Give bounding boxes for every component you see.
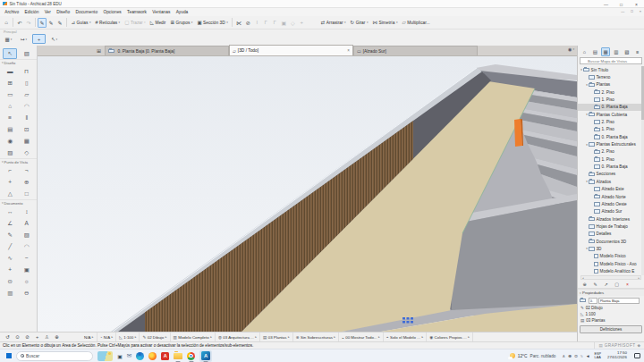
tree-item-detalles[interactable]: Detalles [578, 231, 644, 238]
drag-button[interactable]: ⇄Arrastrar▾ [318, 18, 348, 28]
taskbar-search[interactable]: Buscar [16, 350, 93, 362]
story-name-field[interactable] [598, 298, 640, 304]
section-header-punto-de-vista[interactable]: ▾Punto de Vista [0, 158, 37, 164]
quick-option-layer-combination[interactable]: ▤03 Plantas▸ [260, 333, 293, 341]
tree-item-alzado-sur[interactable]: Alzado Sur [578, 208, 644, 215]
taskbar-widgets-icon[interactable] [97, 350, 113, 362]
section-3d-button[interactable]: ▣Sección 3D▾ [195, 18, 230, 28]
tab-overview-button[interactable]: ⊞ [93, 46, 105, 55]
minimize-button[interactable]: — [598, 0, 614, 8]
sun-tool[interactable]: ☼ [20, 276, 34, 287]
orbit-icon[interactable]: ↺ [3, 333, 13, 341]
publisher-sets-icon[interactable]: ▨ [622, 47, 631, 56]
tree-item-documentos-3d[interactable]: Documentos 3D [578, 238, 644, 245]
taskbar-mail-icon[interactable]: ✉ [127, 350, 131, 362]
menu-teamwork[interactable]: Teamwork [124, 10, 149, 14]
measure-button[interactable]: ◺Medir [148, 18, 168, 28]
spline-tool[interactable]: ~ [20, 253, 34, 264]
taskbar-explorer-icon[interactable] [174, 350, 182, 362]
lamp-tool[interactable]: ◉ [3, 136, 17, 147]
figure-tool[interactable]: ▣ [20, 265, 34, 275]
arrow-tool[interactable]: ↖ [3, 48, 17, 59]
quick-option-pen-set[interactable]: ✎02 Dibujo▸ [140, 333, 170, 341]
tray-expand-icon[interactable]: ∧ [562, 354, 565, 358]
doc-minimize-button[interactable]: — [621, 9, 624, 13]
view-map-icon[interactable]: ▦ [601, 47, 611, 56]
column-tool[interactable]: ▯ [20, 78, 34, 88]
menu-documento[interactable]: Documento [72, 10, 100, 14]
snap-guides-toggle-button[interactable]: + [32, 34, 46, 44]
menu-dise-o[interactable]: Diseño [54, 10, 72, 14]
tree-item-plantas-estructurales[interactable]: ▾Plantas Estructurales [578, 140, 644, 147]
morph-tool[interactable]: ◇ [20, 147, 34, 158]
zoom-icon[interactable]: ⊘ [22, 333, 32, 341]
tree-item-terreno[interactable]: Terreno [578, 73, 644, 80]
revision-tool[interactable]: ⊖ [20, 288, 34, 299]
mirror-button[interactable]: ⋈Simetría▾ [370, 18, 400, 28]
marquee-tool[interactable]: ▧ [20, 48, 34, 59]
tray-mic-icon[interactable]: ⊙ [574, 354, 578, 358]
dimension-tool[interactable]: ↔ [3, 206, 17, 217]
undo-icon[interactable]: ↶ [15, 18, 24, 28]
new-folder-button[interactable]: ⊕ [580, 280, 589, 288]
tree-item-modelo-anal-tico-e[interactable]: Modelo Analítico E [578, 267, 644, 274]
properties-header[interactable]: ▾ Propiedades [578, 289, 644, 296]
search-input[interactable] [580, 57, 642, 64]
guides-button[interactable]: ⊿Guías▾ [69, 18, 93, 28]
slab-tool[interactable]: ▱ [20, 89, 34, 100]
railing-tool[interactable]: ‖ [20, 113, 34, 123]
project-chooser-icon[interactable]: ⌂ [580, 47, 589, 56]
shell-tool[interactable]: ◠ [20, 101, 34, 112]
taskbar-start-icon[interactable] [6, 350, 13, 362]
roof-tool[interactable]: ⌂ [3, 101, 17, 112]
quick-option-zoom-value[interactable]: N/A▸ [81, 333, 97, 341]
weather-temp[interactable]: 12°C [518, 354, 528, 358]
fill-tool[interactable]: ▨ [20, 230, 34, 240]
quick-option-scale[interactable]: ◺1:100▸ [116, 333, 140, 341]
walk-icon[interactable]: ♙ [42, 333, 52, 341]
taskbar-edge-icon[interactable] [136, 350, 144, 362]
tree-item-modelo-f-sico[interactable]: Modelo Físico [578, 253, 644, 260]
navigator-menu-icon[interactable]: ≡ [632, 47, 642, 56]
zone-tool[interactable]: ▦ [20, 136, 34, 147]
menu-ver[interactable]: Ver [41, 10, 54, 14]
tree-item-secciones[interactable]: Secciones [578, 171, 644, 178]
beam-tool[interactable]: ▭ [3, 89, 17, 100]
notification-center-icon[interactable] [634, 353, 640, 358]
curtain-wall-tool[interactable]: ▤ [3, 124, 17, 135]
drawing-tool[interactable]: ▥ [3, 288, 17, 299]
quick-option-overrides[interactable]: ⊗Sin Sobrescrituras▸ [293, 333, 339, 341]
text-tool[interactable]: A [20, 218, 34, 229]
property-pen-set[interactable]: ✎02 Dibujo [578, 305, 644, 311]
taskbar-task-view-icon[interactable]: ▣ [117, 350, 123, 362]
close-icon[interactable]: × [347, 48, 350, 53]
menu-opciones[interactable]: Opciones [100, 10, 124, 14]
tree-item-1-piso[interactable]: 1. Piso [578, 126, 644, 133]
menu-archivo[interactable]: Archivo [2, 10, 21, 14]
interior-elevation-tool[interactable]: + [3, 177, 17, 188]
door-tool[interactable]: ⊓ [20, 66, 34, 77]
hotspot-tool[interactable]: + [3, 265, 17, 275]
tab-more-button[interactable]: ◉▾ [568, 46, 574, 52]
project-map-icon[interactable]: ▤ [590, 47, 600, 56]
arrow-mode-button[interactable]: ↖▾ [47, 34, 61, 44]
wall-tool[interactable]: ▬ [3, 66, 17, 77]
layout-book-icon[interactable]: ▥ [611, 47, 621, 56]
tree-item-alzados[interactable]: ▾Alzados [578, 178, 644, 185]
tree-item-3d[interactable]: ▾3D [578, 245, 644, 252]
camera-tool[interactable]: ⊕ [20, 177, 34, 188]
section-tool[interactable]: ⌐ [3, 165, 17, 176]
window-tool[interactable]: ⊞ [3, 78, 17, 88]
tree-item-hojas-de-trabajo[interactable]: Hojas de Trabajo [578, 223, 644, 230]
quick-option-renovation-filter[interactable]: ◒00 Mostrar Todo...▸ [339, 333, 384, 341]
tree-item-0-planta-baja[interactable]: 0. Planta Baja [578, 133, 644, 140]
multiply-button[interactable]: ▱Multiplicar... [400, 18, 432, 28]
tree-item-sin-t-tulo[interactable]: ▾Sin Título [578, 66, 644, 73]
tree-item-2-piso[interactable]: 2. Piso [578, 118, 644, 125]
tree-item-1-piso[interactable]: 1. Piso [578, 96, 644, 103]
menu-ventanas[interactable]: Ventanas [149, 10, 173, 14]
polyline-tool[interactable]: ∿ [3, 253, 17, 264]
favorites-button[interactable]: ▦▾ [2, 34, 15, 44]
taskbar-archicad-icon[interactable]: A [199, 350, 212, 362]
element-transfer-button[interactable]: ↦▾ [17, 34, 30, 44]
